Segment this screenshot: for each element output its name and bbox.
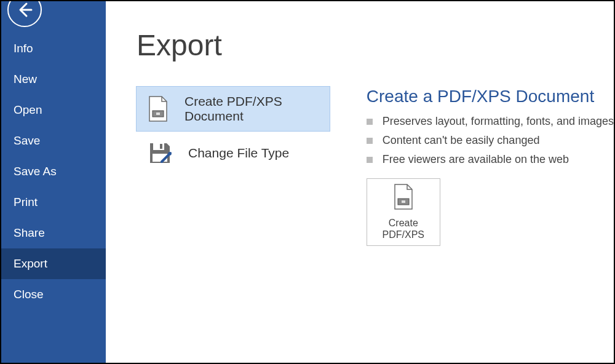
detail-bullets: Preserves layout, formatting, fonts, and… [367, 115, 614, 166]
svg-rect-4 [160, 144, 162, 149]
detail-bullet: Preserves layout, formatting, fonts, and… [367, 115, 614, 128]
sidebar-item-close[interactable]: Close [1, 279, 106, 310]
create-pdf-xps-button[interactable]: Create PDF/XPS [367, 178, 440, 246]
detail-bullet: Free viewers are available on the web [367, 153, 614, 166]
sidebar-item-print[interactable]: Print [1, 187, 106, 218]
sidebar-item-save-as[interactable]: Save As [1, 156, 106, 187]
sidebar-item-share[interactable]: Share [1, 218, 106, 248]
backstage-sidebar: Info New Open Save Save As Print Share E… [1, 1, 106, 363]
sidebar-item-save[interactable]: Save [1, 125, 106, 156]
button-label: Create PDF/XPS [383, 217, 424, 240]
option-change-file-type[interactable]: Change File Type [137, 131, 330, 175]
option-label: Change File Type [188, 146, 289, 160]
sidebar-item-open[interactable]: Open [1, 95, 106, 125]
back-button[interactable] [7, 0, 42, 27]
pdfxps-doc-icon [148, 96, 169, 122]
detail-title: Create a PDF/XPS Document [367, 87, 614, 106]
svg-rect-2 [156, 113, 160, 115]
export-options-list: Create PDF/XPS Document Change Fi [137, 87, 330, 363]
main-pane: Export Create PDF/XPS Document [106, 1, 614, 363]
sidebar-item-info[interactable]: Info [1, 33, 106, 64]
sidebar-item-export[interactable]: Export [1, 248, 106, 279]
detail-bullet: Content can't be easily changed [367, 134, 614, 147]
option-create-pdf-xps[interactable]: Create PDF/XPS Document [137, 87, 330, 131]
option-label: Create PDF/XPS Document [184, 94, 319, 124]
pdfxps-doc-icon [393, 184, 414, 212]
export-detail-pane: Create a PDF/XPS Document Preserves layo… [367, 87, 614, 363]
back-arrow-icon [15, 1, 34, 19]
save-disk-icon [148, 141, 172, 165]
page-title: Export [137, 28, 614, 62]
svg-rect-7 [402, 200, 405, 203]
sidebar-item-new[interactable]: New [1, 64, 106, 95]
svg-rect-3 [153, 143, 164, 150]
